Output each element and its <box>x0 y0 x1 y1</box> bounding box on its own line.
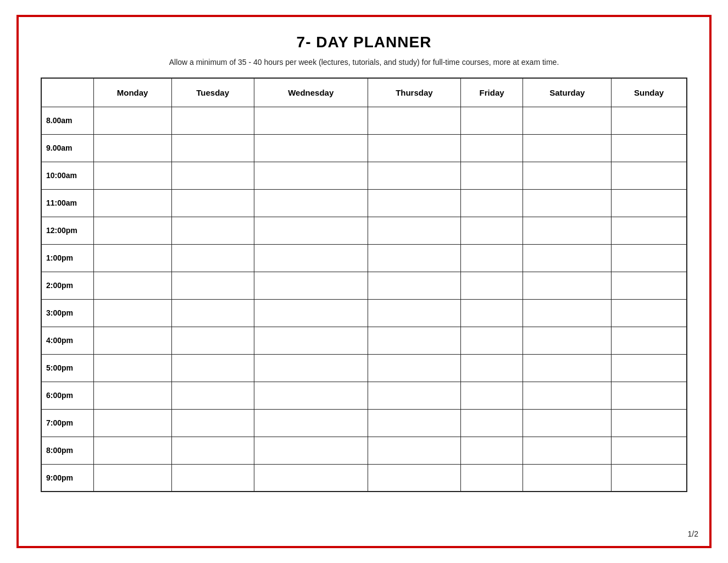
day-cell[interactable] <box>254 107 368 134</box>
day-cell[interactable] <box>254 162 368 189</box>
day-cell[interactable] <box>368 189 460 217</box>
day-cell[interactable] <box>523 327 612 354</box>
day-cell[interactable] <box>460 134 523 162</box>
day-cell[interactable] <box>523 437 612 464</box>
day-cell[interactable] <box>171 189 254 217</box>
day-cell[interactable] <box>460 327 523 354</box>
day-cell[interactable] <box>93 437 171 464</box>
day-cell[interactable] <box>460 382 523 409</box>
day-cell[interactable] <box>254 299 368 327</box>
day-cell[interactable] <box>460 217 523 244</box>
day-cell[interactable] <box>254 244 368 272</box>
day-cell[interactable] <box>254 189 368 217</box>
day-cell[interactable] <box>171 107 254 134</box>
day-cell[interactable] <box>523 134 612 162</box>
day-cell[interactable] <box>523 464 612 492</box>
day-cell[interactable] <box>460 244 523 272</box>
day-cell[interactable] <box>460 409 523 437</box>
day-cell[interactable] <box>460 437 523 464</box>
day-cell[interactable] <box>93 244 171 272</box>
day-cell[interactable] <box>523 189 612 217</box>
day-cell[interactable] <box>171 464 254 492</box>
day-cell[interactable] <box>93 217 171 244</box>
day-cell[interactable] <box>460 464 523 492</box>
day-cell[interactable] <box>460 107 523 134</box>
day-cell[interactable] <box>368 134 460 162</box>
day-cell[interactable] <box>612 244 687 272</box>
day-cell[interactable] <box>254 134 368 162</box>
day-cell[interactable] <box>254 272 368 299</box>
day-cell[interactable] <box>460 272 523 299</box>
day-cell[interactable] <box>171 354 254 382</box>
day-cell[interactable] <box>93 107 171 134</box>
day-cell[interactable] <box>523 217 612 244</box>
day-cell[interactable] <box>171 162 254 189</box>
day-cell[interactable] <box>460 162 523 189</box>
day-cell[interactable] <box>612 134 687 162</box>
day-cell[interactable] <box>523 354 612 382</box>
day-cell[interactable] <box>254 464 368 492</box>
page-number: 1/2 <box>688 529 698 538</box>
day-cell[interactable] <box>368 107 460 134</box>
day-cell[interactable] <box>93 382 171 409</box>
day-cell[interactable] <box>368 327 460 354</box>
day-cell[interactable] <box>254 354 368 382</box>
day-cell[interactable] <box>368 437 460 464</box>
day-cell[interactable] <box>523 409 612 437</box>
day-cell[interactable] <box>171 272 254 299</box>
day-cell[interactable] <box>93 354 171 382</box>
day-cell[interactable] <box>171 134 254 162</box>
day-cell[interactable] <box>93 134 171 162</box>
day-cell[interactable] <box>612 162 687 189</box>
day-cell[interactable] <box>368 409 460 437</box>
day-cell[interactable] <box>368 354 460 382</box>
day-cell[interactable] <box>612 354 687 382</box>
day-cell[interactable] <box>254 217 368 244</box>
day-cell[interactable] <box>368 272 460 299</box>
day-cell[interactable] <box>93 189 171 217</box>
day-cell[interactable] <box>171 382 254 409</box>
day-cell[interactable] <box>93 327 171 354</box>
day-cell[interactable] <box>612 409 687 437</box>
day-cell[interactable] <box>460 299 523 327</box>
day-cell[interactable] <box>368 244 460 272</box>
day-cell[interactable] <box>254 382 368 409</box>
day-cell[interactable] <box>612 189 687 217</box>
day-cell[interactable] <box>612 327 687 354</box>
day-cell[interactable] <box>612 464 687 492</box>
day-cell[interactable] <box>171 437 254 464</box>
day-cell[interactable] <box>254 437 368 464</box>
day-cell[interactable] <box>523 382 612 409</box>
day-cell[interactable] <box>171 299 254 327</box>
day-cell[interactable] <box>523 107 612 134</box>
day-cell[interactable] <box>93 162 171 189</box>
day-cell[interactable] <box>523 244 612 272</box>
day-cell[interactable] <box>93 272 171 299</box>
day-cell[interactable] <box>93 464 171 492</box>
day-cell[interactable] <box>612 217 687 244</box>
day-cell[interactable] <box>368 217 460 244</box>
day-cell[interactable] <box>93 409 171 437</box>
day-cell[interactable] <box>612 299 687 327</box>
day-cell[interactable] <box>523 272 612 299</box>
table-row: 10:00am <box>41 162 687 189</box>
day-cell[interactable] <box>93 299 171 327</box>
day-cell[interactable] <box>368 162 460 189</box>
day-cell[interactable] <box>368 464 460 492</box>
day-cell[interactable] <box>254 409 368 437</box>
day-cell[interactable] <box>523 162 612 189</box>
day-cell[interactable] <box>254 327 368 354</box>
day-cell[interactable] <box>460 354 523 382</box>
day-cell[interactable] <box>460 189 523 217</box>
day-cell[interactable] <box>368 382 460 409</box>
day-cell[interactable] <box>523 299 612 327</box>
day-cell[interactable] <box>612 272 687 299</box>
day-cell[interactable] <box>171 327 254 354</box>
day-cell[interactable] <box>368 299 460 327</box>
day-cell[interactable] <box>612 107 687 134</box>
day-cell[interactable] <box>171 409 254 437</box>
day-cell[interactable] <box>612 382 687 409</box>
day-cell[interactable] <box>612 437 687 464</box>
day-cell[interactable] <box>171 217 254 244</box>
day-cell[interactable] <box>171 244 254 272</box>
